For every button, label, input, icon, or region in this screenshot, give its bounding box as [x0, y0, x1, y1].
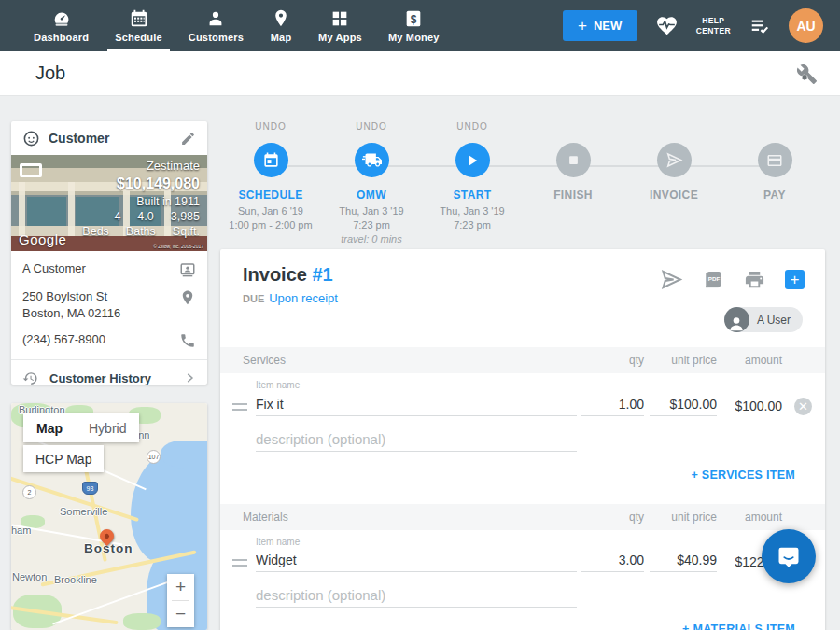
checklist-icon[interactable] [748, 16, 772, 36]
zestimate-value: $10,149,080 [82, 175, 200, 194]
property-photo[interactable]: Zestimate $10,149,080 Built in 1911 4 4.… [11, 155, 207, 251]
finish-step-button[interactable] [556, 143, 591, 177]
start-step-button[interactable] [455, 143, 490, 177]
service-item-name-input[interactable] [256, 392, 577, 416]
zoom-out-button[interactable]: − [167, 601, 194, 627]
job-tools-icon[interactable] [796, 63, 818, 85]
zoom-in-button[interactable]: + [167, 574, 194, 600]
play-icon [464, 152, 481, 169]
step-detail: Thu, Jan 3 '19 7:23 pm [440, 204, 504, 232]
add-services-item-button[interactable]: + SERVICES ITEM [691, 469, 795, 482]
nav-label: Schedule [115, 32, 162, 43]
map-label-brookline: Brookline [54, 574, 97, 585]
timeline-step-invoice: INVOICE [623, 121, 724, 246]
street-view-toggle-icon[interactable] [20, 163, 42, 177]
route-107-shield: 107 [147, 450, 161, 464]
due-value-link[interactable]: Upon receipt [269, 291, 338, 305]
print-icon[interactable] [744, 269, 765, 290]
chat-widget-button[interactable] [762, 529, 816, 583]
hcp-map-button[interactable]: HCP Map [23, 445, 104, 472]
undo-omw-button[interactable]: UNDO [356, 121, 386, 133]
service-amount: $100.00 [735, 399, 782, 413]
nav-item-map[interactable]: Map [257, 0, 305, 51]
material-unit-price-input[interactable] [650, 548, 717, 572]
new-button-label: NEW [594, 19, 622, 33]
assignee-avatar [724, 307, 749, 332]
assignee-name: A User [757, 314, 791, 327]
add-materials-item-button[interactable]: + MATERIALS ITEM [682, 623, 795, 630]
map-type-hybrid-button[interactable]: Hybrid [76, 413, 139, 442]
svg-text:$: $ [411, 13, 417, 26]
location-pin-icon[interactable] [179, 289, 196, 306]
map-park [123, 613, 161, 630]
user-avatar[interactable]: AU [789, 8, 823, 43]
customer-address-row: 250 Boylston StBoston, MA 02116 [22, 288, 196, 321]
service-qty-input[interactable] [581, 392, 644, 416]
help-center-line2: CENTER [696, 26, 731, 36]
invoice-number[interactable]: #1 [312, 264, 332, 285]
beds-value: 4 [114, 209, 120, 224]
nav-item-dashboard[interactable]: Dashboard [21, 0, 102, 51]
step-label: SCHEDULE [238, 189, 302, 202]
undo-schedule-button[interactable]: UNDO [255, 121, 286, 133]
pdf-icon[interactable]: PDF [703, 269, 724, 290]
invoice-card: Invoice #1 DUEUpon receipt PDF + A User … [220, 249, 825, 630]
drag-handle[interactable] [232, 559, 247, 570]
photo-column [68, 182, 75, 236]
apps-grid-icon [329, 8, 351, 29]
send-invoice-icon[interactable] [660, 268, 683, 291]
nav-right: + NEW HELP CENTER AU [563, 8, 840, 43]
nav-item-customers[interactable]: Customers [175, 0, 257, 51]
service-description-input[interactable] [256, 427, 577, 452]
map-card: Burlington Lynn Somerville ham Boston Ne… [11, 403, 207, 630]
app-window: Dashboard Schedule Customers Map My Apps… [0, 0, 840, 630]
history-clock-icon [22, 371, 38, 386]
step-time: 1:00 pm - 2:00 pm [229, 218, 312, 232]
money-dollar-icon: $ [402, 8, 425, 29]
customer-card: Customer Zestimate $10,149,080 Built in … [11, 121, 207, 385]
service-unit-price-input[interactable] [650, 392, 717, 416]
chat-icon [776, 543, 802, 569]
help-center-link[interactable]: HELP CENTER [696, 16, 731, 35]
customer-history-label: Customer History [49, 371, 183, 385]
nav-item-schedule[interactable]: Schedule [102, 0, 175, 51]
customer-address: 250 Boylston StBoston, MA 02116 [22, 288, 179, 321]
nav-label: Dashboard [34, 32, 89, 43]
phone-icon[interactable] [179, 332, 196, 349]
invoice-step-button[interactable] [657, 143, 692, 177]
customers-person-icon [204, 8, 227, 29]
map-type-control: Map Hybrid [23, 413, 139, 442]
step-detail: Thu, Jan 3 '19 7:23 pm travel: 0 mins [339, 204, 403, 246]
step-label: INVOICE [650, 189, 698, 202]
timeline-step-start: UNDO START Thu, Jan 3 '19 7:23 pm [422, 121, 523, 246]
remove-service-item-button[interactable]: ✕ [794, 398, 812, 415]
omw-step-button[interactable] [355, 143, 389, 177]
new-button[interactable]: + NEW [563, 10, 637, 41]
nav-item-my-money[interactable]: $ My Money [375, 0, 453, 51]
heart-pulse-icon[interactable] [654, 14, 679, 37]
customer-history-row[interactable]: Customer History [11, 360, 207, 396]
beds-label: Beds [82, 224, 109, 239]
schedule-step-button[interactable] [254, 143, 288, 177]
nav-label: Map [271, 32, 292, 43]
zillow-copyright: © Zillow, Inc. 2006-2017 [153, 244, 203, 249]
nav-item-my-apps[interactable]: My Apps [305, 0, 375, 51]
undo-start-button[interactable]: UNDO [456, 121, 487, 133]
unit-price-column-header: unit price [671, 511, 717, 524]
material-description-input[interactable] [256, 583, 577, 608]
route-2-shield: 2 [22, 485, 36, 499]
contact-card-icon[interactable] [179, 261, 196, 278]
amount-column-header: amount [745, 354, 782, 367]
google-map[interactable]: Burlington Lynn Somerville ham Boston Ne… [11, 403, 207, 630]
step-label: START [453, 189, 491, 202]
edit-pencil-icon[interactable] [180, 131, 196, 147]
assignee-chip[interactable]: A User [724, 307, 803, 332]
step-time: 7:23 pm [339, 218, 403, 232]
map-type-map-button[interactable]: Map [23, 413, 76, 442]
step-detail: Sun, Jan 6 '19 1:00 pm - 2:00 pm [229, 204, 312, 232]
add-invoice-item-button[interactable]: + [785, 270, 805, 289]
material-item-name-input[interactable] [256, 548, 577, 572]
drag-handle[interactable] [232, 403, 247, 414]
pay-step-button[interactable] [758, 143, 792, 177]
material-qty-input[interactable] [581, 548, 644, 572]
